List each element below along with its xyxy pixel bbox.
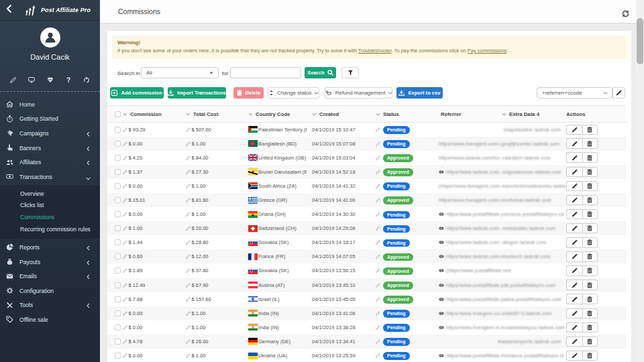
- svg-text:?: ?: [66, 76, 70, 83]
